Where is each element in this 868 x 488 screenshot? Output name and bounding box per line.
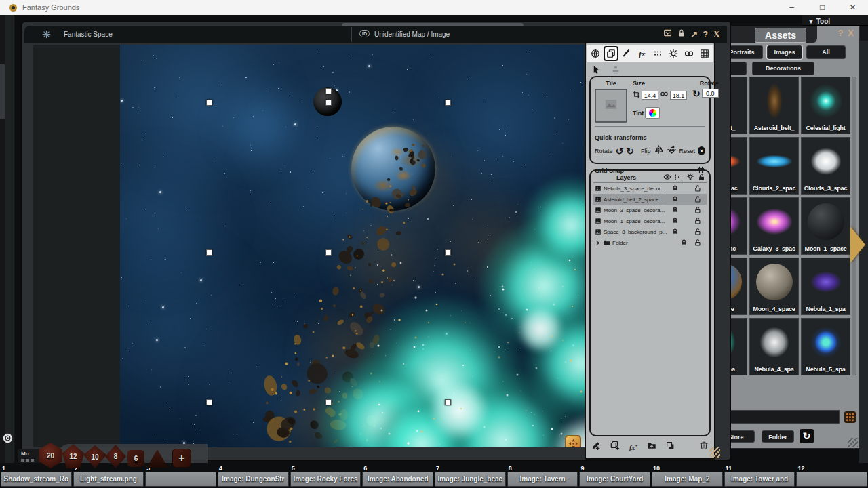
layer-unlock-icon[interactable] — [694, 237, 701, 249]
die-d8[interactable]: 8 — [105, 445, 126, 468]
map-lock-icon[interactable] — [677, 28, 686, 40]
die-d6[interactable]: 6 — [127, 450, 144, 467]
asset-item[interactable]: Nebula_5_spa — [801, 318, 850, 375]
add-paint-button[interactable] — [591, 441, 601, 453]
assets-close-button[interactable]: X — [848, 28, 854, 38]
hotbar-tab-3[interactable]: 3 — [145, 472, 216, 487]
duplicate-button[interactable] — [666, 441, 675, 453]
map-resize-grip[interactable] — [709, 447, 720, 458]
rotate-ccw-button[interactable]: ↺ — [616, 147, 624, 155]
layer-ghost-icon[interactable] — [680, 237, 688, 249]
folder-expand-chevron-icon[interactable] — [595, 237, 601, 249]
layer-row[interactable]: Folder — [593, 237, 707, 248]
tile-height-field[interactable]: 18.1 — [670, 91, 687, 100]
assets-category-filter-button[interactable]: Decorations — [752, 62, 814, 75]
asset-item[interactable]: Asteroid_belt_ — [749, 77, 799, 134]
layer-row[interactable]: Asteroid_belt_2_space... — [593, 194, 707, 205]
selection-handle[interactable] — [445, 249, 451, 256]
selection-handle[interactable] — [206, 100, 212, 106]
map-close-button[interactable]: X — [713, 28, 720, 40]
asset-view-grid-icon[interactable] — [844, 411, 856, 423]
assets-tab-images[interactable]: Images — [767, 45, 802, 59]
selection-handle[interactable] — [326, 399, 332, 405]
tile-rotate-field[interactable]: 0.0 — [702, 89, 719, 98]
layer-row[interactable]: Moon_1_space_decora... — [593, 216, 707, 226]
hotbar-tab-7[interactable]: 7Image: Jungle_beac — [435, 472, 506, 487]
hotbar-tab-10[interactable]: 10Image: Map_2 — [652, 472, 723, 487]
hotbar-tab-9[interactable]: 9Image: CourtYard — [579, 472, 650, 487]
tile-width-field[interactable]: 14.4 — [642, 91, 658, 100]
hotbar-tab-5[interactable]: 5Image: Rocky Fores — [290, 472, 361, 487]
asset-item[interactable]: Nebula_1_spa — [801, 258, 850, 315]
pan-map-button[interactable] — [565, 435, 581, 447]
asset-item[interactable]: Moon_4_space — [749, 258, 799, 315]
tool-light-icon[interactable] — [666, 46, 681, 61]
flip-horizontal-button[interactable] — [654, 144, 664, 157]
delete-button[interactable] — [699, 441, 709, 453]
die-d4[interactable] — [146, 449, 168, 468]
tool-levels-icon[interactable] — [650, 46, 665, 61]
die-plus[interactable]: + — [172, 449, 191, 468]
layers-light-icon[interactable] — [686, 171, 694, 184]
asset-item[interactable]: Clouds_3_spac — [801, 137, 850, 195]
flip-vertical-button[interactable] — [667, 144, 677, 157]
assets-tab-all[interactable]: All — [806, 45, 846, 59]
tool-paint-icon[interactable] — [619, 46, 634, 61]
os-close-button[interactable]: ✕ — [837, 0, 868, 15]
map-canvas[interactable] — [120, 45, 585, 447]
tool-globe-icon[interactable] — [588, 46, 603, 61]
layers-lock-icon[interactable] — [698, 171, 705, 184]
tool-fx-icon[interactable]: fx — [635, 46, 650, 61]
add-layer-button[interactable] — [610, 441, 620, 453]
sidebar-expand-arrow[interactable] — [850, 226, 865, 263]
selection-handle[interactable] — [206, 249, 212, 256]
map-popout-button[interactable]: ↗ — [690, 29, 698, 39]
selection-handle[interactable] — [445, 100, 451, 106]
tile-thumbnail[interactable] — [595, 89, 627, 123]
settings-gear-icon[interactable] — [2, 432, 14, 447]
hotbar-tab-1[interactable]: 1Shadow_stream_Ro — [1, 472, 72, 487]
link-dimensions-icon[interactable] — [660, 89, 669, 101]
hotbar-tab-12[interactable]: 12 — [796, 472, 867, 487]
hotbar-tab-4[interactable]: 4Image: DungeonStr — [218, 472, 289, 487]
refresh-assets-button[interactable]: ↻ — [800, 429, 814, 443]
layer-row[interactable]: Nebula_3_space_decor... — [593, 183, 707, 194]
layer-row[interactable]: Moon_3_space_decora... — [593, 205, 707, 216]
tool-mask-icon[interactable] — [682, 46, 696, 61]
stamp-tool-icon[interactable] — [611, 65, 620, 77]
layers-mask-icon[interactable] — [675, 171, 683, 184]
asset-item[interactable]: Clouds_2_spac — [749, 137, 799, 195]
asset-item[interactable]: Nebula_4_spa — [749, 318, 799, 375]
hotbar-tab-2[interactable]: 2Light_stream.png — [73, 472, 144, 487]
layer-row[interactable]: Space_8_background_p... — [593, 226, 707, 237]
add-fx-button[interactable]: fx+ — [629, 441, 637, 453]
asset-item[interactable]: Galaxy_3_spac — [749, 197, 799, 255]
selection-handle[interactable] — [326, 249, 332, 256]
map-shrink-icon[interactable] — [663, 28, 672, 40]
hotbar-tab-8[interactable]: 8Image: Tavern — [507, 472, 578, 487]
asset-item[interactable]: Moon_1_space — [801, 197, 850, 255]
folder-button[interactable]: Folder — [762, 430, 794, 443]
left-docked-panel-edge[interactable] — [0, 15, 15, 488]
die-d12[interactable]: 12 — [62, 444, 85, 468]
map-titlebar[interactable]: Fantastic Space ID Unidentified Map / Im… — [24, 26, 727, 43]
hotbar-tab-11[interactable]: 11Image: Tower and — [724, 472, 795, 487]
tint-swatch[interactable] — [645, 107, 660, 119]
add-folder-button[interactable] — [647, 441, 656, 453]
die-d20[interactable]: 20 — [38, 443, 63, 468]
assets-resize-grip[interactable] — [848, 438, 858, 447]
hotbar-tab-6[interactable]: 6Image: Abandoned — [362, 472, 433, 487]
asset-item[interactable]: Celestial_light — [801, 77, 850, 134]
layers-visibility-icon[interactable] — [663, 171, 671, 184]
os-minimize-button[interactable]: – — [776, 0, 807, 15]
os-maximize-button[interactable]: □ — [807, 0, 837, 15]
selection-rotate-handle[interactable] — [326, 88, 332, 94]
tool-layers-icon[interactable] — [604, 46, 618, 61]
assets-help-button[interactable]: ? — [837, 28, 843, 38]
selection-handle[interactable] — [326, 100, 332, 106]
selection-handle[interactable] — [445, 399, 451, 405]
selection-handle[interactable] — [206, 399, 212, 405]
reset-transform-button[interactable]: × — [698, 146, 705, 155]
layer-ghost-icon[interactable] — [671, 226, 679, 238]
assets-title-tab[interactable]: Assets — [755, 28, 806, 43]
